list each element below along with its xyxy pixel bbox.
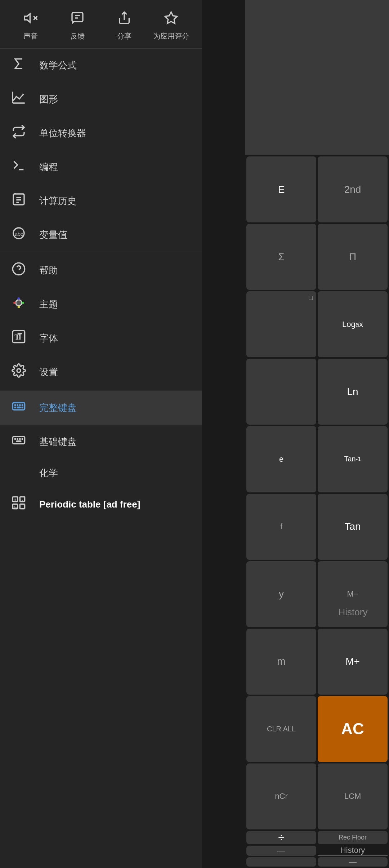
svg-point-14 xyxy=(14,193,15,194)
theme-icon xyxy=(9,296,28,313)
share-icon xyxy=(117,11,131,28)
terminal-icon xyxy=(9,158,28,176)
menu-item-periodic-table[interactable]: H Li Be Periodic table [ad free] xyxy=(0,488,202,522)
svg-point-23 xyxy=(17,306,20,308)
calc-btn-e[interactable]: e xyxy=(246,426,316,492)
calc-btn-logax[interactable]: Logax xyxy=(318,291,388,357)
history-icon xyxy=(9,192,28,210)
svg-point-28 xyxy=(17,369,21,372)
menu-item-variables[interactable]: abc 变量值 xyxy=(0,218,202,252)
menu-item-basic-keyboard[interactable]: 基础键盘 xyxy=(0,425,202,459)
drawer: 声音 反馈 分享 xyxy=(0,0,202,868)
menu-item-help[interactable]: 帮助 xyxy=(0,254,202,288)
star-icon xyxy=(164,11,178,28)
calc-btn-sigma[interactable]: Σ xyxy=(246,224,316,290)
svg-text:abc: abc xyxy=(14,231,23,237)
menu-item-font[interactable]: T 字体 xyxy=(0,322,202,355)
section-separator-1 xyxy=(0,253,202,253)
calc-btn-tan[interactable]: Tan xyxy=(318,494,388,560)
svg-point-22 xyxy=(17,297,20,300)
help-icon xyxy=(9,262,28,279)
toolbar-feedback[interactable]: 反馈 xyxy=(54,11,101,41)
section-separator-2 xyxy=(0,390,202,390)
menu-item-settings[interactable]: 设置 xyxy=(0,355,202,389)
menu-item-theme[interactable]: 主题 xyxy=(0,288,202,322)
menu-label-theme: 主题 xyxy=(39,298,58,311)
calc-btn-minus-line[interactable]: — xyxy=(246,846,316,856)
menu-item-chemistry[interactable]: 化学 xyxy=(0,459,202,488)
menu-label-settings: 设置 xyxy=(39,366,58,378)
calc-btn-Mplus[interactable]: M+ xyxy=(318,629,388,695)
graph-icon xyxy=(9,90,28,108)
svg-point-19 xyxy=(15,300,22,306)
calc-btn-LCM[interactable]: LCM xyxy=(318,763,388,829)
svg-text:Be: Be xyxy=(13,506,17,509)
calc-btn-history[interactable]: History xyxy=(318,846,388,856)
menu-label-variables: 变量值 xyxy=(39,229,67,241)
feedback-icon xyxy=(70,11,85,28)
calc-btn-Ln[interactable]: Ln xyxy=(318,359,388,425)
menu-label-unit-converter: 单位转换器 xyxy=(39,127,86,140)
calc-btn-rec-floor[interactable]: Rec Floor xyxy=(318,831,388,844)
calc-btn-pi[interactable]: Π xyxy=(318,224,388,290)
calc-btn-m[interactable]: m xyxy=(246,629,316,695)
calc-btn-nCr[interactable]: nCr xyxy=(246,763,316,829)
menu-item-unit-converter[interactable]: 单位转换器 xyxy=(0,116,202,150)
drawer-toolbar: 声音 反馈 分享 xyxy=(0,0,202,49)
menu-label-calc-history: 计算历史 xyxy=(39,195,77,207)
calc-btn-E[interactable]: E xyxy=(246,156,316,222)
calc-btn-empty3 xyxy=(246,857,316,867)
toolbar-share[interactable]: 分享 xyxy=(101,11,148,41)
calc-btn-y[interactable]: y xyxy=(246,561,316,627)
abc-icon: abc xyxy=(9,226,28,244)
svg-rect-2 xyxy=(72,13,83,22)
svg-rect-46 xyxy=(20,504,24,509)
calc-btn-2nd[interactable]: 2nd xyxy=(318,156,388,222)
toolbar-muted-label: 声音 xyxy=(23,31,38,41)
svg-text:H: H xyxy=(13,498,16,502)
menu-label-help: 帮助 xyxy=(39,264,58,277)
calc-btn-empty1: □ xyxy=(246,291,316,357)
toolbar-share-label: 分享 xyxy=(117,31,131,41)
full-kbd-icon xyxy=(9,399,28,417)
menu-label-programming: 编程 xyxy=(39,161,58,173)
calc-btn-taninv[interactable]: Tan-1 xyxy=(318,426,388,492)
menu-item-math-formula[interactable]: 数学公式 xyxy=(0,49,202,83)
convert-icon xyxy=(9,124,28,142)
calculator-panel: E 2nd Σ Π □ Logax Ln e Tan-1 f Tan y M− … xyxy=(245,0,389,868)
menu-item-calc-history[interactable]: 计算历史 xyxy=(0,184,202,218)
sigma-icon xyxy=(9,57,28,74)
toolbar-rate-label: 为应用评分 xyxy=(153,31,189,41)
menu-item-programming[interactable]: 编程 xyxy=(0,150,202,184)
toolbar-muted[interactable]: 声音 xyxy=(7,11,54,41)
calc-btn-minus-line2[interactable]: — xyxy=(318,857,388,867)
periodic-icon: H Li Be xyxy=(9,496,28,513)
history-label[interactable]: History xyxy=(317,601,389,623)
calc-btn-f[interactable]: f xyxy=(246,494,316,560)
menu-item-full-keyboard[interactable]: 完整键盘 xyxy=(0,391,202,425)
toolbar-rate[interactable]: 为应用评分 xyxy=(148,11,194,41)
menu-label-chemistry: 化学 xyxy=(39,467,58,479)
menu-label-math-formula: 数学公式 xyxy=(39,59,77,72)
svg-point-20 xyxy=(13,302,16,304)
svg-rect-29 xyxy=(13,403,24,410)
calc-btn-empty2 xyxy=(246,359,316,425)
svg-rect-37 xyxy=(13,437,24,444)
menu-label-periodic-table: Periodic table [ad free] xyxy=(39,499,140,510)
calc-btn-clrall[interactable]: CLR ALL xyxy=(246,696,316,762)
calc-btn-AC[interactable]: AC xyxy=(318,696,388,762)
menu-item-graph[interactable]: 图形 xyxy=(0,83,202,116)
settings-icon xyxy=(9,363,28,381)
basic-kbd-icon xyxy=(9,433,28,451)
muted-icon xyxy=(23,11,38,28)
toolbar-feedback-label: 反馈 xyxy=(70,31,85,41)
menu-label-full-keyboard: 完整键盘 xyxy=(39,402,77,414)
menu-label-graph: 图形 xyxy=(39,93,58,106)
menu-label-basic-keyboard: 基础键盘 xyxy=(39,435,77,448)
svg-point-21 xyxy=(22,302,24,304)
calc-display xyxy=(245,0,389,155)
font-icon: T xyxy=(9,329,28,347)
calc-btn-div[interactable]: ÷ xyxy=(246,831,316,844)
svg-marker-6 xyxy=(165,12,177,23)
menu-list: 数学公式 图形 单位转换器 xyxy=(0,49,202,868)
